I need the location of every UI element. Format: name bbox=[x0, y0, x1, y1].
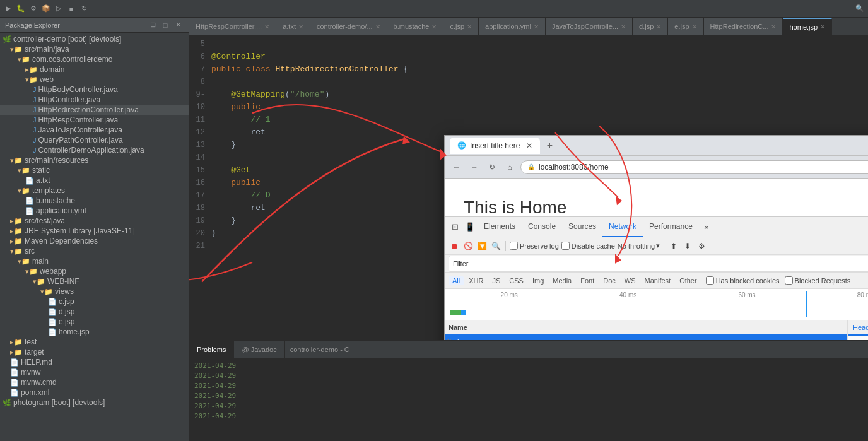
row-close-icon[interactable]: ✕ bbox=[445, 337, 454, 341]
sidebar-item-d-jsp[interactable]: 📄 d.jsp bbox=[0, 307, 189, 317]
disable-cache-checkbox[interactable]: Disable cache bbox=[561, 242, 615, 250]
sidebar-item-src2[interactable]: ▾📁 src bbox=[0, 246, 189, 256]
tab-controllerdemo[interactable]: controller-demo/... ✕ bbox=[310, 18, 387, 35]
tab-console[interactable]: Console bbox=[522, 217, 562, 237]
sidebar-item-c-jsp[interactable]: 📄 c.jsp bbox=[0, 297, 189, 307]
sidebar-item-application-yml[interactable]: 📄 application.yml bbox=[0, 206, 189, 216]
tab-ejsp[interactable]: e.jsp ✕ bbox=[668, 18, 703, 35]
sidebar-item-b-mustache[interactable]: 📄 b.mustache bbox=[0, 196, 189, 206]
tab-javadoc[interactable]: @ Javadoc bbox=[234, 341, 284, 358]
sidebar-item-help[interactable]: 📄 HELP.md bbox=[0, 357, 189, 367]
filter-input[interactable]: Filter bbox=[449, 256, 868, 272]
sidebar-item-httpresp[interactable]: J HttpRespController.java bbox=[0, 115, 189, 125]
tab-httprespcont[interactable]: HttpRespController.... ✕ bbox=[189, 18, 276, 35]
sidebar-item-controller-demo[interactable]: 🌿 controller-demo [boot] [devtools] bbox=[0, 34, 189, 44]
sidebar-item-main2[interactable]: ▾📁 main bbox=[0, 256, 189, 266]
sidebar-item-src-test[interactable]: ▸📁 src/test/java bbox=[0, 216, 189, 226]
sidebar-minimize-icon[interactable]: ⊟ bbox=[147, 20, 158, 31]
browser-tab-close[interactable]: ✕ bbox=[526, 141, 532, 150]
sidebar-item-templates[interactable]: ▾📁 templates bbox=[0, 185, 189, 196]
search-button[interactable]: 🔍 bbox=[490, 240, 501, 252]
type-btn-manifest[interactable]: Manifest bbox=[641, 276, 675, 285]
sidebar-item-com-cos[interactable]: ▾📁 com.cos.controllerdemo bbox=[0, 54, 189, 64]
sidebar-item-test2[interactable]: ▸📁 test bbox=[0, 337, 189, 347]
close-icon[interactable]: ✕ bbox=[375, 23, 380, 30]
preserve-log-checkbox[interactable]: Preserve log bbox=[510, 242, 559, 250]
tab-atxt[interactable]: a.txt ✕ bbox=[276, 18, 310, 35]
type-btn-doc[interactable]: Doc bbox=[599, 276, 619, 285]
sidebar-item-domain[interactable]: ▸📁 domain bbox=[0, 64, 189, 74]
sidebar-item-src-main-java[interactable]: ▾📁 src/main/java bbox=[0, 44, 189, 54]
home-button[interactable]: ⌂ bbox=[503, 160, 517, 174]
tab-performance[interactable]: Performance bbox=[643, 217, 699, 237]
type-btn-font[interactable]: Font bbox=[577, 276, 598, 285]
close-icon[interactable]: ✕ bbox=[467, 23, 472, 30]
close-icon[interactable]: ✕ bbox=[264, 23, 269, 30]
devtools-inspect-icon[interactable]: ⊡ bbox=[447, 220, 462, 235]
more-tabs-icon[interactable]: » bbox=[699, 220, 714, 235]
tab-javatojsp[interactable]: JavaToJspControlle... ✕ bbox=[546, 18, 633, 35]
tab-network[interactable]: Network bbox=[602, 217, 643, 237]
sidebar-close-icon[interactable]: ✕ bbox=[172, 20, 184, 31]
sidebar-item-webapp[interactable]: ▾📁 webapp bbox=[0, 266, 189, 276]
toolbar-icon-3[interactable]: ⚙ bbox=[28, 3, 39, 15]
sidebar-item-javatojsp[interactable]: J JavaToJspController.java bbox=[0, 125, 189, 135]
type-btn-css[interactable]: CSS bbox=[505, 276, 527, 285]
sidebar-item-httpcontroller[interactable]: J HttpController.java bbox=[0, 95, 189, 105]
import-har-icon[interactable]: ⬆ bbox=[668, 240, 679, 252]
forward-button[interactable]: → bbox=[467, 160, 481, 174]
type-btn-js[interactable]: JS bbox=[488, 276, 504, 285]
new-tab-button[interactable]: + bbox=[542, 139, 556, 153]
sidebar-item-mvnw[interactable]: 📄 mvnw bbox=[0, 367, 189, 377]
back-button[interactable]: ← bbox=[450, 160, 464, 174]
search-icon[interactable]: 🔍 bbox=[854, 3, 865, 15]
sidebar-item-controllerdemo-app[interactable]: J ControllerDemoApplication.java bbox=[0, 145, 189, 155]
sidebar-item-querypath[interactable]: J QueryPathController.java bbox=[0, 135, 189, 145]
sidebar-item-a-txt[interactable]: 📄 a.txt bbox=[0, 175, 189, 185]
toolbar-icon-1[interactable]: ▶ bbox=[3, 3, 14, 15]
type-btn-media[interactable]: Media bbox=[549, 276, 575, 285]
sidebar-item-home-jsp[interactable]: 📄 home.jsp bbox=[0, 327, 189, 337]
settings-icon[interactable]: ⚙ bbox=[696, 240, 707, 252]
detail-tab-headers[interactable]: Headers bbox=[848, 320, 868, 336]
sidebar-item-httpbody[interactable]: J HttpBodyController.java bbox=[0, 85, 189, 95]
close-icon[interactable]: ✕ bbox=[692, 23, 697, 30]
reload-button[interactable]: ↻ bbox=[485, 160, 499, 174]
toolbar-icon-2[interactable]: 🐛 bbox=[15, 3, 26, 15]
record-button[interactable]: ⏺ bbox=[449, 240, 460, 252]
close-icon[interactable]: ✕ bbox=[656, 23, 661, 30]
type-btn-img[interactable]: Img bbox=[529, 276, 548, 285]
type-btn-ws[interactable]: WS bbox=[621, 276, 640, 285]
close-icon[interactable]: ✕ bbox=[298, 23, 303, 30]
toolbar-icon-4[interactable]: 📦 bbox=[40, 3, 52, 15]
sidebar-item-target[interactable]: ▸📁 target bbox=[0, 347, 189, 357]
clear-button[interactable]: 🚫 bbox=[462, 240, 474, 252]
browser-tab[interactable]: 🌐 Insert title here ✕ bbox=[450, 138, 540, 154]
toolbar-icon-7[interactable]: ↻ bbox=[78, 3, 90, 15]
blocked-requests-checkbox[interactable]: Blocked Requests bbox=[785, 276, 851, 285]
tab-bmustache[interactable]: b.mustache ✕ bbox=[387, 18, 444, 35]
sidebar-item-httpredirection[interactable]: J HttpRedirectionController.java bbox=[0, 105, 189, 115]
throttling-selector[interactable]: No throttling ▾ bbox=[618, 242, 660, 250]
close-icon[interactable]: ✕ bbox=[534, 23, 539, 30]
tab-httpredirectionc[interactable]: HttpRedirectionC... ✕ bbox=[704, 18, 783, 35]
sidebar-item-photogram[interactable]: 🌿 photogram [boot] [devtools] bbox=[0, 397, 189, 408]
sidebar-item-pom[interactable]: 📄 pom.xml bbox=[0, 387, 189, 397]
tab-homejsp[interactable]: home.jsp ✕ bbox=[783, 18, 832, 35]
sidebar-item-webinf[interactable]: ▾📁 WEB-INF bbox=[0, 276, 189, 286]
type-btn-all[interactable]: All bbox=[449, 276, 464, 285]
sidebar-item-mvnw-cmd[interactable]: 📄 mvnw.cmd bbox=[0, 377, 189, 387]
tab-problems[interactable]: Problems bbox=[189, 341, 234, 358]
filter-icon[interactable]: 🔽 bbox=[476, 240, 488, 252]
sidebar-item-maven[interactable]: ▸📁 Maven Dependencies bbox=[0, 236, 189, 246]
address-bar[interactable]: 🔒 localhost:8080/home bbox=[520, 160, 868, 174]
sidebar-item-src-resources[interactable]: ▾📁 src/main/resources bbox=[0, 155, 189, 165]
devtools-device-icon[interactable]: 📱 bbox=[462, 220, 478, 235]
type-btn-other[interactable]: Other bbox=[676, 276, 701, 285]
tab-elements[interactable]: Elements bbox=[478, 217, 522, 237]
tab-sources[interactable]: Sources bbox=[562, 217, 602, 237]
tab-djsp[interactable]: d.jsp ✕ bbox=[633, 18, 668, 35]
tab-cjsp[interactable]: c.jsp ✕ bbox=[443, 18, 479, 35]
has-blocked-cookies-checkbox[interactable]: Has blocked cookies bbox=[706, 276, 780, 285]
close-icon[interactable]: ✕ bbox=[431, 23, 437, 30]
